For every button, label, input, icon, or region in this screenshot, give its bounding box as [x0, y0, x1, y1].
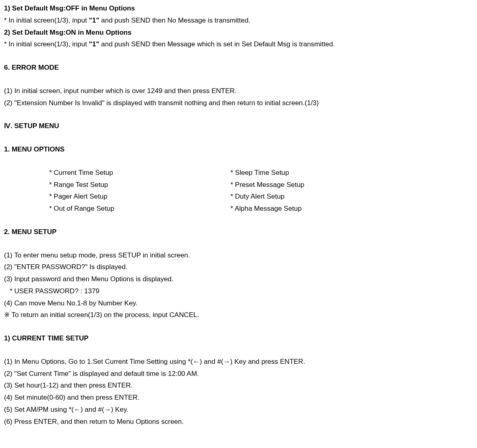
text-frag: and push SEND then No Message is transmi… [99, 17, 250, 24]
item-1-heading: 1) Set Default Msg:OFF in Menu Options [4, 2, 473, 15]
roman-4-heading: Ⅳ. SETUP MENU [4, 120, 473, 132]
menu-opt-left-3: * Out of Range Setup [49, 203, 226, 215]
cts-step-5: (5) Set AM/PM using *(←) and #(→) Key. [4, 404, 473, 416]
cts-step-1: (1) In Menu Options, Go to 1.Set Current… [4, 356, 473, 368]
cts-step-4: (4) Set minute(0-60) and then press ENTE… [4, 392, 473, 404]
user-password-note: * USER PASSWORD? : 1379 [4, 285, 473, 297]
document-body: 1) Set Default Msg:OFF in Menu Options *… [4, 2, 473, 427]
menu-opt-right-0: * Sleep Time Setup [230, 167, 473, 179]
current-time-setup-heading: 1) CURRENT TIME SETUP [4, 332, 473, 344]
menu-options-grid: * Current Time Setup * Sleep Time Setup … [49, 167, 473, 215]
menu-opt-left-2: * Pager Alert Setup [49, 191, 226, 203]
menu-opt-left-0: * Current Time Setup [49, 167, 226, 179]
menu-opt-right-2: * Duty Alert Setup [230, 191, 473, 203]
item-2-sub: * In initial screen(1/3), input "1" and … [4, 38, 473, 50]
text-bold: "1" [89, 40, 100, 48]
menu-options-heading: 1. MENU OPTIONS [4, 143, 473, 156]
text-frag: * In initial screen(1/3), input [4, 40, 89, 48]
item-2-heading: 2) Set Default Msg:ON in Menu Options [4, 27, 473, 39]
cts-step-6: (6) Press ENTER, and then return to Menu… [4, 416, 473, 428]
cts-step-2: (2) "Set Current Time" is displayed and … [4, 368, 473, 380]
cts-step-3: (3) Set hour(1-12) and then press ENTER. [4, 380, 473, 392]
menu-setup-heading: 2. MENU SETUP [4, 226, 473, 238]
text-frag: * In initial screen(1/3), input [4, 17, 89, 24]
menu-setup-step-3: (3) Input password and then Menu Options… [4, 273, 473, 285]
section-6-step-2: (2) "Extension Number Is Invalid" is dis… [4, 97, 473, 109]
menu-opt-left-1: * Range Test Setup [49, 179, 226, 191]
menu-opt-right-1: * Preset Message Setup [230, 179, 473, 191]
text-bold: "1" [89, 17, 100, 24]
menu-setup-step-2: (2) "ENTER PASSWORD?" Is displayed. [4, 261, 473, 273]
item-1-sub: * In initial screen(1/3), input "1" and … [4, 15, 473, 27]
menu-setup-step-1: (1) To enter menu setup mode, press SETU… [4, 249, 473, 261]
text-frag: and push SEND then Message which is set … [99, 40, 335, 48]
section-6-heading: 6. ERROR MODE [4, 62, 473, 74]
menu-setup-note: ※ To return an initial screen(1/3) on th… [4, 309, 473, 321]
menu-opt-right-3: * Alpha Message Setup [230, 203, 473, 215]
menu-setup-step-4: (4) Can move Menu No.1-8 by Number Key. [4, 297, 473, 309]
section-6-step-1: (1) In initial screen, input number whic… [4, 85, 473, 97]
